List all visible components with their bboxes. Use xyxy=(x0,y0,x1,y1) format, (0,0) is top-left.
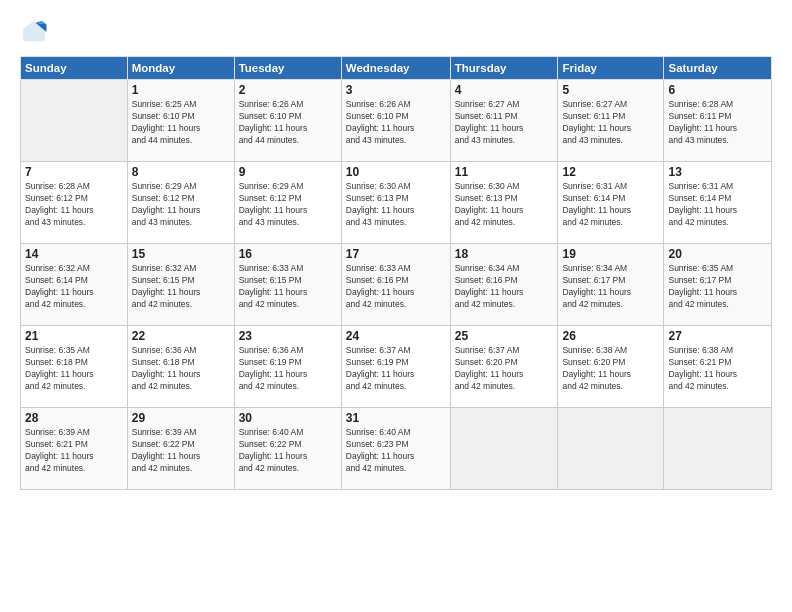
header xyxy=(20,18,772,46)
day-number: 24 xyxy=(346,329,446,343)
calendar-cell: 19Sunrise: 6:34 AM Sunset: 6:17 PM Dayli… xyxy=(558,244,664,326)
calendar-cell: 18Sunrise: 6:34 AM Sunset: 6:16 PM Dayli… xyxy=(450,244,558,326)
day-number: 21 xyxy=(25,329,123,343)
page: SundayMondayTuesdayWednesdayThursdayFrid… xyxy=(0,0,792,612)
day-info: Sunrise: 6:40 AM Sunset: 6:22 PM Dayligh… xyxy=(239,427,337,475)
header-sunday: Sunday xyxy=(21,57,128,80)
day-number: 1 xyxy=(132,83,230,97)
day-info: Sunrise: 6:29 AM Sunset: 6:12 PM Dayligh… xyxy=(132,181,230,229)
day-info: Sunrise: 6:39 AM Sunset: 6:21 PM Dayligh… xyxy=(25,427,123,475)
calendar-cell: 8Sunrise: 6:29 AM Sunset: 6:12 PM Daylig… xyxy=(127,162,234,244)
calendar-cell: 30Sunrise: 6:40 AM Sunset: 6:22 PM Dayli… xyxy=(234,408,341,490)
calendar-cell: 10Sunrise: 6:30 AM Sunset: 6:13 PM Dayli… xyxy=(341,162,450,244)
day-number: 16 xyxy=(239,247,337,261)
calendar-cell: 4Sunrise: 6:27 AM Sunset: 6:11 PM Daylig… xyxy=(450,80,558,162)
day-number: 25 xyxy=(455,329,554,343)
day-info: Sunrise: 6:28 AM Sunset: 6:11 PM Dayligh… xyxy=(668,99,767,147)
calendar-cell: 31Sunrise: 6:40 AM Sunset: 6:23 PM Dayli… xyxy=(341,408,450,490)
header-tuesday: Tuesday xyxy=(234,57,341,80)
calendar-cell: 13Sunrise: 6:31 AM Sunset: 6:14 PM Dayli… xyxy=(664,162,772,244)
calendar-cell: 14Sunrise: 6:32 AM Sunset: 6:14 PM Dayli… xyxy=(21,244,128,326)
day-number: 2 xyxy=(239,83,337,97)
day-number: 30 xyxy=(239,411,337,425)
day-number: 18 xyxy=(455,247,554,261)
calendar-cell: 11Sunrise: 6:30 AM Sunset: 6:13 PM Dayli… xyxy=(450,162,558,244)
week-row-4: 21Sunrise: 6:35 AM Sunset: 6:18 PM Dayli… xyxy=(21,326,772,408)
day-number: 23 xyxy=(239,329,337,343)
day-info: Sunrise: 6:31 AM Sunset: 6:14 PM Dayligh… xyxy=(668,181,767,229)
header-wednesday: Wednesday xyxy=(341,57,450,80)
day-info: Sunrise: 6:37 AM Sunset: 6:19 PM Dayligh… xyxy=(346,345,446,393)
day-info: Sunrise: 6:30 AM Sunset: 6:13 PM Dayligh… xyxy=(455,181,554,229)
day-info: Sunrise: 6:40 AM Sunset: 6:23 PM Dayligh… xyxy=(346,427,446,475)
calendar-cell: 27Sunrise: 6:38 AM Sunset: 6:21 PM Dayli… xyxy=(664,326,772,408)
day-number: 29 xyxy=(132,411,230,425)
calendar-cell xyxy=(450,408,558,490)
day-number: 5 xyxy=(562,83,659,97)
day-info: Sunrise: 6:27 AM Sunset: 6:11 PM Dayligh… xyxy=(562,99,659,147)
week-row-1: 1Sunrise: 6:25 AM Sunset: 6:10 PM Daylig… xyxy=(21,80,772,162)
day-info: Sunrise: 6:36 AM Sunset: 6:19 PM Dayligh… xyxy=(239,345,337,393)
day-number: 11 xyxy=(455,165,554,179)
day-info: Sunrise: 6:32 AM Sunset: 6:15 PM Dayligh… xyxy=(132,263,230,311)
logo xyxy=(20,18,52,46)
calendar-cell: 20Sunrise: 6:35 AM Sunset: 6:17 PM Dayli… xyxy=(664,244,772,326)
calendar-cell: 17Sunrise: 6:33 AM Sunset: 6:16 PM Dayli… xyxy=(341,244,450,326)
day-number: 31 xyxy=(346,411,446,425)
calendar-cell xyxy=(21,80,128,162)
calendar-cell: 26Sunrise: 6:38 AM Sunset: 6:20 PM Dayli… xyxy=(558,326,664,408)
day-number: 20 xyxy=(668,247,767,261)
day-info: Sunrise: 6:34 AM Sunset: 6:17 PM Dayligh… xyxy=(562,263,659,311)
calendar-cell: 29Sunrise: 6:39 AM Sunset: 6:22 PM Dayli… xyxy=(127,408,234,490)
day-info: Sunrise: 6:35 AM Sunset: 6:18 PM Dayligh… xyxy=(25,345,123,393)
header-thursday: Thursday xyxy=(450,57,558,80)
day-number: 3 xyxy=(346,83,446,97)
calendar-cell: 16Sunrise: 6:33 AM Sunset: 6:15 PM Dayli… xyxy=(234,244,341,326)
day-info: Sunrise: 6:37 AM Sunset: 6:20 PM Dayligh… xyxy=(455,345,554,393)
calendar-cell: 22Sunrise: 6:36 AM Sunset: 6:18 PM Dayli… xyxy=(127,326,234,408)
day-number: 6 xyxy=(668,83,767,97)
day-info: Sunrise: 6:39 AM Sunset: 6:22 PM Dayligh… xyxy=(132,427,230,475)
calendar-cell: 9Sunrise: 6:29 AM Sunset: 6:12 PM Daylig… xyxy=(234,162,341,244)
day-info: Sunrise: 6:38 AM Sunset: 6:20 PM Dayligh… xyxy=(562,345,659,393)
calendar-cell: 28Sunrise: 6:39 AM Sunset: 6:21 PM Dayli… xyxy=(21,408,128,490)
header-monday: Monday xyxy=(127,57,234,80)
day-info: Sunrise: 6:27 AM Sunset: 6:11 PM Dayligh… xyxy=(455,99,554,147)
day-number: 10 xyxy=(346,165,446,179)
logo-icon xyxy=(20,18,48,46)
calendar-cell: 15Sunrise: 6:32 AM Sunset: 6:15 PM Dayli… xyxy=(127,244,234,326)
calendar-cell: 1Sunrise: 6:25 AM Sunset: 6:10 PM Daylig… xyxy=(127,80,234,162)
week-row-3: 14Sunrise: 6:32 AM Sunset: 6:14 PM Dayli… xyxy=(21,244,772,326)
day-number: 27 xyxy=(668,329,767,343)
day-info: Sunrise: 6:28 AM Sunset: 6:12 PM Dayligh… xyxy=(25,181,123,229)
calendar-cell: 23Sunrise: 6:36 AM Sunset: 6:19 PM Dayli… xyxy=(234,326,341,408)
calendar-cell: 21Sunrise: 6:35 AM Sunset: 6:18 PM Dayli… xyxy=(21,326,128,408)
day-info: Sunrise: 6:32 AM Sunset: 6:14 PM Dayligh… xyxy=(25,263,123,311)
day-info: Sunrise: 6:35 AM Sunset: 6:17 PM Dayligh… xyxy=(668,263,767,311)
calendar-table: SundayMondayTuesdayWednesdayThursdayFrid… xyxy=(20,56,772,490)
calendar-cell xyxy=(558,408,664,490)
calendar-cell: 2Sunrise: 6:26 AM Sunset: 6:10 PM Daylig… xyxy=(234,80,341,162)
day-number: 19 xyxy=(562,247,659,261)
day-number: 12 xyxy=(562,165,659,179)
calendar-cell: 5Sunrise: 6:27 AM Sunset: 6:11 PM Daylig… xyxy=(558,80,664,162)
day-number: 17 xyxy=(346,247,446,261)
day-info: Sunrise: 6:34 AM Sunset: 6:16 PM Dayligh… xyxy=(455,263,554,311)
week-row-5: 28Sunrise: 6:39 AM Sunset: 6:21 PM Dayli… xyxy=(21,408,772,490)
day-info: Sunrise: 6:29 AM Sunset: 6:12 PM Dayligh… xyxy=(239,181,337,229)
day-info: Sunrise: 6:33 AM Sunset: 6:15 PM Dayligh… xyxy=(239,263,337,311)
calendar-cell: 6Sunrise: 6:28 AM Sunset: 6:11 PM Daylig… xyxy=(664,80,772,162)
calendar-cell: 3Sunrise: 6:26 AM Sunset: 6:10 PM Daylig… xyxy=(341,80,450,162)
day-info: Sunrise: 6:30 AM Sunset: 6:13 PM Dayligh… xyxy=(346,181,446,229)
day-info: Sunrise: 6:26 AM Sunset: 6:10 PM Dayligh… xyxy=(346,99,446,147)
day-number: 4 xyxy=(455,83,554,97)
day-number: 14 xyxy=(25,247,123,261)
day-number: 8 xyxy=(132,165,230,179)
calendar-cell: 24Sunrise: 6:37 AM Sunset: 6:19 PM Dayli… xyxy=(341,326,450,408)
calendar-cell xyxy=(664,408,772,490)
calendar-cell: 7Sunrise: 6:28 AM Sunset: 6:12 PM Daylig… xyxy=(21,162,128,244)
day-info: Sunrise: 6:36 AM Sunset: 6:18 PM Dayligh… xyxy=(132,345,230,393)
day-number: 28 xyxy=(25,411,123,425)
week-row-2: 7Sunrise: 6:28 AM Sunset: 6:12 PM Daylig… xyxy=(21,162,772,244)
day-info: Sunrise: 6:33 AM Sunset: 6:16 PM Dayligh… xyxy=(346,263,446,311)
